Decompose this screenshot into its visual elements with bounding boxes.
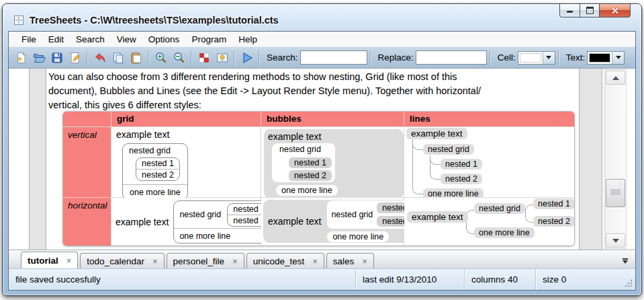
table-header-bubbles[interactable]: bubbles [261, 112, 404, 127]
new-button[interactable] [11, 49, 30, 66]
nested-2[interactable]: nested 2 [441, 174, 482, 184]
nested-1[interactable]: nested 1 [136, 158, 179, 169]
nested-1[interactable]: nested 1 [289, 157, 332, 168]
tab-list-icon[interactable] [622, 258, 629, 264]
undo-button[interactable] [91, 49, 109, 66]
app-window: TreeSheets - C:\W\treesheets\TS\examples… [2, 3, 642, 296]
tab-close-icon[interactable]: × [312, 256, 318, 266]
cell-vertical-bubbles[interactable]: example text nested grid nested 1 nested… [261, 127, 404, 198]
cell-color-dropdown[interactable] [518, 51, 555, 65]
cell-horizontal-bubbles[interactable]: example text nested grid nested 1 nested… [261, 198, 404, 246]
minimize-button[interactable] [559, 4, 580, 17]
bubble-white[interactable]: nested grid nested 1 nested 2 [272, 143, 335, 182]
example-text[interactable]: example text [407, 211, 468, 223]
title-bar[interactable]: TreeSheets - C:\W\treesheets\TS\examples… [3, 4, 641, 31]
table-header-grid[interactable]: grid [111, 112, 261, 127]
tab-close-icon[interactable]: × [66, 256, 72, 266]
tab-tutorial[interactable]: tutorial × [21, 252, 78, 268]
nested-grid-box[interactable]: nested grid nested 1 nested 2 one more l… [173, 200, 275, 243]
run-button[interactable] [238, 49, 256, 66]
color-checker-button[interactable] [195, 49, 213, 66]
cell-vertical-grid[interactable]: example text nested grid nested 1 nested… [111, 127, 261, 198]
scroll-down-button[interactable] [606, 233, 625, 248]
example-text[interactable]: example text [268, 216, 321, 227]
save-button[interactable] [48, 49, 66, 66]
nested-grid-label[interactable]: nested grid [275, 145, 332, 155]
nested-2[interactable]: nested 2 [533, 216, 574, 227]
cell-horizontal-grid[interactable]: example text nested grid nested 1 nested… [111, 198, 261, 246]
tab-sales[interactable]: sales × [326, 253, 374, 268]
search-input[interactable] [300, 50, 367, 65]
paragraph-line: vertical, this gives 6 different styles: [48, 98, 481, 112]
vertical-scrollbar[interactable] [604, 69, 627, 249]
bubble-outer[interactable]: example text nested grid nested 1 nested… [264, 129, 404, 198]
one-more-line[interactable]: one more line [177, 230, 271, 241]
tree-connector [430, 155, 441, 180]
one-more-line[interactable]: one more line [327, 231, 389, 242]
tab-label: tutorial [28, 256, 58, 266]
text-color-dropdown[interactable] [587, 51, 625, 65]
nested-grid-box[interactable]: nested grid nested 1 nested 2 one more l… [122, 143, 188, 200]
nested-grid-label[interactable]: nested grid [474, 203, 525, 214]
tree-connector [412, 139, 423, 194]
chevron-down-icon [546, 56, 551, 62]
one-more-line[interactable]: one more line [474, 227, 535, 238]
cell-color-swatch [520, 53, 541, 63]
cell-color-dropdown-button[interactable] [543, 52, 555, 64]
menu-file[interactable]: File [15, 33, 42, 46]
table-header-blank[interactable] [63, 112, 111, 127]
scrollbar-thumb[interactable] [606, 179, 625, 207]
nested-1[interactable]: nested 1 [441, 159, 482, 170]
maximize-icon [586, 7, 594, 14]
example-text[interactable]: example text [116, 129, 169, 140]
one-more-line[interactable]: one more line [276, 185, 338, 196]
maximize-button[interactable] [580, 4, 600, 17]
tab-close-icon[interactable]: × [232, 256, 238, 266]
row-label-vertical[interactable]: vertical [63, 127, 111, 198]
tab-todo-calendar[interactable]: todo_calendar × [80, 253, 164, 268]
resize-grip[interactable] [624, 278, 633, 288]
example-text[interactable]: example text [116, 217, 169, 227]
nested-2[interactable]: nested 2 [289, 170, 332, 181]
close-button[interactable] [600, 4, 631, 17]
row-label-horizontal[interactable]: horizontal [63, 198, 111, 246]
window-controls [559, 4, 631, 17]
paste-button[interactable] [127, 49, 145, 66]
document-canvas[interactable]: You can also choose from 3 different ren… [9, 69, 635, 250]
menu-edit[interactable]: Edit [42, 33, 70, 46]
menu-program[interactable]: Program [185, 33, 232, 46]
zoom-in-button[interactable] [152, 49, 170, 66]
tab-personel-file[interactable]: personel_file × [167, 253, 244, 268]
document-paragraph[interactable]: You can also choose from 3 different ren… [48, 70, 481, 112]
menu-help[interactable]: Help [232, 33, 263, 46]
inner-grid-box[interactable]: nested 1 nested 2 [136, 157, 180, 181]
scroll-up-button[interactable] [606, 71, 625, 85]
example-text[interactable]: example text [268, 131, 400, 142]
nested-2[interactable]: nested 2 [136, 170, 179, 180]
window-title: TreeSheets - C:\W\treesheets\TS\examples… [30, 15, 279, 26]
replace-input[interactable] [416, 50, 487, 65]
menu-options[interactable]: Options [142, 33, 186, 46]
nested-grid-label[interactable]: nested grid [331, 210, 373, 219]
cell-vertical-lines[interactable]: example text nested grid nested 1 nested… [404, 127, 574, 198]
save-as-button[interactable] [66, 49, 84, 66]
one-more-line[interactable]: one more line [126, 186, 184, 198]
tab-close-icon[interactable]: × [152, 256, 158, 266]
nested-grid-label[interactable]: nested grid [177, 210, 224, 219]
nested-grid-label[interactable]: nested grid [423, 144, 474, 155]
table-header-lines[interactable]: lines [404, 112, 574, 127]
text-color-dropdown-button[interactable] [612, 52, 624, 64]
nested-1[interactable]: nested 1 [533, 198, 574, 209]
toolbar-separator [259, 50, 260, 65]
cell-horizontal-lines[interactable]: example text nested grid one more line n… [404, 198, 574, 246]
menu-view[interactable]: View [111, 33, 142, 46]
open-button[interactable] [30, 49, 48, 66]
tab-unicode-test[interactable]: unicode_test × [246, 253, 324, 268]
zoom-out-button[interactable] [170, 49, 188, 66]
image-button[interactable] [213, 49, 231, 66]
example-text[interactable]: example text [406, 128, 467, 139]
nested-grid-label[interactable]: nested grid [126, 145, 184, 156]
copy-button[interactable] [109, 49, 127, 66]
menu-search[interactable]: Search [70, 33, 111, 46]
tab-close-icon[interactable]: × [362, 256, 367, 266]
